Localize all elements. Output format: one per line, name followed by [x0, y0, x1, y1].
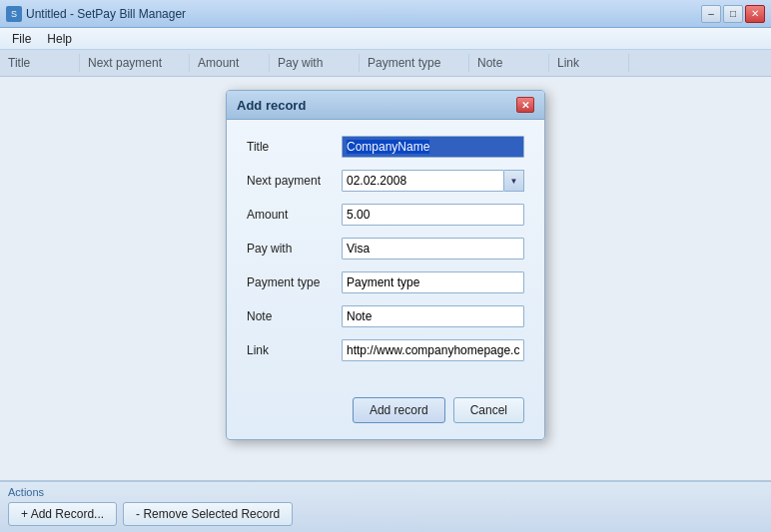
dialog-titlebar: Add record ✕ [227, 91, 544, 120]
payment-type-row: Payment type [247, 271, 524, 293]
app-icon: S [6, 6, 22, 22]
menu-file[interactable]: File [4, 30, 39, 48]
title-input[interactable] [342, 136, 524, 158]
title-label: Title [247, 140, 342, 154]
dialog-title: Add record [237, 98, 306, 113]
next-payment-row: Next payment ▼ [247, 170, 524, 192]
actions-buttons: + Add Record... - Remove Selected Record [8, 502, 763, 530]
amount-label: Amount [247, 208, 342, 222]
menu-help[interactable]: Help [39, 30, 80, 48]
note-row: Note [247, 305, 524, 327]
titlebar-buttons: – □ ✕ [701, 5, 765, 23]
actions-label: Actions [8, 486, 763, 498]
dialog-footer: Add record Cancel [227, 389, 544, 439]
amount-row: Amount [247, 204, 524, 226]
minimize-button[interactable]: – [701, 5, 721, 23]
add-record-dialog: Add record ✕ Title Next payment ▼ [226, 90, 545, 440]
next-payment-input[interactable] [342, 170, 504, 192]
menubar: File Help [0, 28, 771, 50]
next-payment-wrapper: ▼ [342, 170, 524, 192]
payment-type-input[interactable] [342, 271, 524, 293]
link-label: Link [247, 343, 342, 357]
date-dropdown-button[interactable]: ▼ [504, 170, 524, 192]
dialog-close-button[interactable]: ✕ [516, 97, 534, 113]
pay-with-input[interactable] [342, 238, 524, 260]
payment-type-label: Payment type [247, 275, 342, 289]
note-input[interactable] [342, 305, 524, 327]
window-close-button[interactable]: ✕ [745, 5, 765, 23]
window-title: Untitled - SetPay Bill Manager [26, 7, 701, 21]
pay-with-row: Pay with [247, 238, 524, 260]
next-payment-label: Next payment [247, 174, 342, 188]
note-label: Note [247, 309, 342, 323]
amount-input[interactable] [342, 204, 524, 226]
modal-overlay: Add record ✕ Title Next payment ▼ [0, 50, 771, 480]
title-row: Title [247, 136, 524, 158]
actions-bar: Actions + Add Record... - Remove Selecte… [0, 480, 771, 532]
main-area: Title Next payment Amount Pay with Payme… [0, 50, 771, 480]
maximize-button[interactable]: □ [723, 5, 743, 23]
add-record-button[interactable]: Add record [353, 397, 445, 423]
pay-with-label: Pay with [247, 242, 342, 256]
link-input[interactable] [342, 339, 524, 361]
dialog-body: Title Next payment ▼ Amount [227, 120, 544, 389]
remove-selected-button[interactable]: - Remove Selected Record [123, 502, 293, 526]
add-record-action-button[interactable]: + Add Record... [8, 502, 117, 526]
cancel-button[interactable]: Cancel [453, 397, 524, 423]
link-row: Link [247, 339, 524, 361]
titlebar: S Untitled - SetPay Bill Manager – □ ✕ [0, 0, 771, 28]
